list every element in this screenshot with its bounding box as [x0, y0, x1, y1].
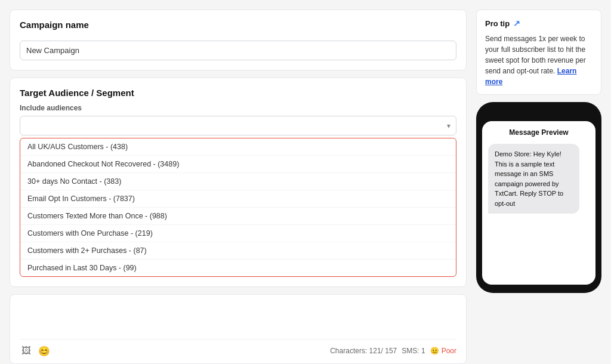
campaign-name-section: Campaign name [10, 10, 467, 70]
list-item[interactable]: Purchased in Last 30 Days - (99) [20, 260, 456, 276]
audience-dropdown-list: All UK/AUS Customers - (438)Abandoned Ch… [20, 138, 456, 277]
list-item[interactable]: 30+ days No Contact - (383) [20, 173, 456, 190]
phone-notch [521, 110, 557, 116]
list-item[interactable]: Email Opt In Customers - (7837) [20, 190, 456, 208]
image-icon[interactable]: 🖼 [20, 344, 33, 357]
include-audiences-label: Include audiences [20, 104, 456, 112]
message-preview-title: Message Preview [488, 128, 590, 137]
pro-tip-header: Pro tip ↗ [485, 17, 593, 30]
audience-select[interactable] [20, 116, 456, 135]
sms-quality: 😐 Poor [430, 347, 456, 355]
target-audience-title: Target Audience / Segment [20, 88, 456, 98]
message-area-section: 🖼 😊 Characters: 121/ 157 SMS: 1 😐 Poor [10, 294, 467, 364]
target-audience-section: Target Audience / Segment Include audien… [10, 78, 467, 287]
list-item[interactable]: Customers with One Purchase - (219) [20, 225, 456, 242]
message-stats: Characters: 121/ 157 SMS: 1 😐 Poor [330, 347, 456, 355]
trending-up-icon: ↗ [513, 17, 520, 30]
list-item[interactable]: Customers with 2+ Purchases - (87) [20, 242, 456, 260]
message-toolbar: 🖼 😊 Characters: 121/ 157 SMS: 1 😐 Poor [20, 339, 456, 357]
pro-tip-title: Pro tip [485, 18, 510, 30]
sms-count: SMS: 1 [402, 347, 425, 355]
quality-emoji: 😐 [430, 347, 439, 355]
message-preview-bubble: Demo Store: Hey Kyle! This is a sample t… [488, 144, 579, 214]
pro-tip-card: Pro tip ↗ Send messages 1x per week to y… [476, 10, 601, 95]
audience-select-wrapper[interactable]: ▾ [20, 116, 456, 135]
list-item[interactable]: Abandoned Checkout Not Recovered - (3489… [20, 156, 456, 173]
list-item[interactable]: Customers Texted More than Once - (988) [20, 208, 456, 225]
pro-tip-body: Send messages 1x per week to your full s… [485, 33, 593, 87]
emoji-icon[interactable]: 😊 [38, 344, 51, 357]
character-count: Characters: 121/ 157 [330, 347, 397, 355]
phone-screen: Message Preview Demo Store: Hey Kyle! Th… [482, 121, 595, 285]
phone-mockup: Message Preview Demo Store: Hey Kyle! Th… [476, 102, 601, 293]
campaign-name-title: Campaign name [20, 20, 456, 30]
quality-label: Poor [442, 347, 456, 355]
message-icons: 🖼 😊 [20, 344, 51, 357]
campaign-name-input[interactable] [20, 41, 456, 60]
message-text-area [20, 304, 456, 333]
list-item[interactable]: All UK/AUS Customers - (438) [20, 138, 456, 156]
